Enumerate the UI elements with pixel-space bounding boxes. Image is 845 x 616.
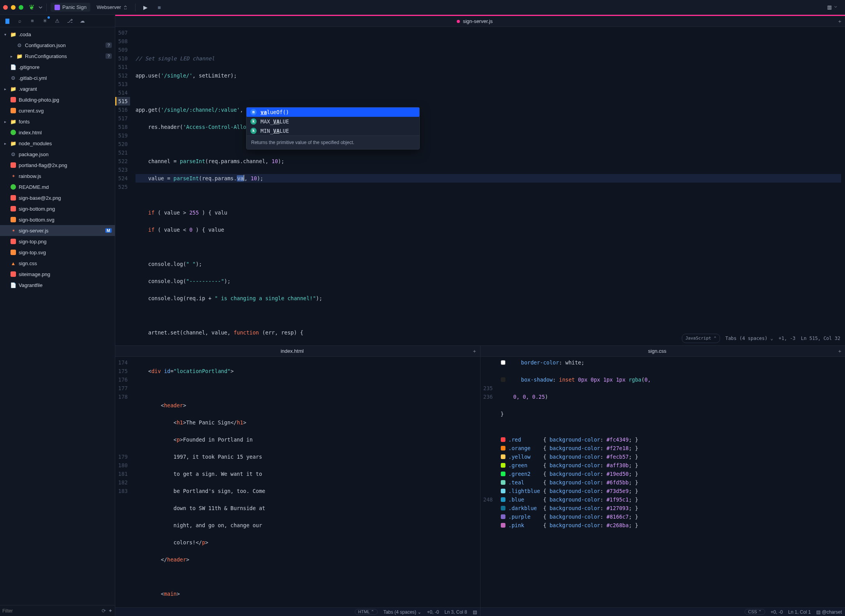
lang-selector[interactable]: CSS ⌃	[745, 609, 765, 615]
tree-row[interactable]: siteimage.png	[0, 269, 115, 280]
close-window-button[interactable]	[3, 5, 8, 10]
tree-row[interactable]: ▾📁.coda	[0, 29, 115, 40]
lang-selector[interactable]: JavaScript ⌃	[682, 334, 720, 343]
layout-button[interactable]: ▥	[823, 3, 842, 12]
svg-icon	[11, 217, 16, 222]
sidebar-tab-scm[interactable]: ⎇	[64, 16, 76, 26]
code-editor[interactable]: 235236 248 border-color: white; box-shad…	[481, 357, 845, 607]
zoom-window-button[interactable]	[19, 5, 23, 10]
code-content[interactable]: border-color: white; box-shadow: inset 0…	[499, 357, 845, 607]
gear-icon: ⚙	[10, 151, 16, 157]
settings-icon[interactable]: ✦	[108, 608, 113, 614]
chevron-down-icon	[834, 5, 838, 9]
file-tree[interactable]: ▾📁.coda⚙Configuration.json?▸📁RunConfigur…	[0, 27, 115, 605]
refresh-icon[interactable]: ⟳	[102, 608, 106, 614]
stop-button[interactable]: ■	[154, 3, 165, 12]
tree-row[interactable]: README.md	[0, 181, 115, 192]
tree-row[interactable]: current.svg	[0, 105, 115, 116]
js-icon: ✶	[10, 227, 16, 234]
minimize-window-button[interactable]	[11, 5, 16, 10]
disclosure-triangle-icon[interactable]: ▸	[2, 87, 8, 91]
tree-row-label: .coda	[19, 32, 31, 37]
tree-row[interactable]: ▸📁node_modules	[0, 138, 115, 149]
separator	[46, 4, 47, 11]
tree-row[interactable]: sign-top.svg	[0, 247, 115, 258]
new-tab-button[interactable]: ＋	[834, 348, 845, 355]
tree-row[interactable]: sign-bottom.png	[0, 203, 115, 214]
tree-row[interactable]: Building-photo.jpg	[0, 94, 115, 105]
disclosure-triangle-icon[interactable]: ▸	[9, 54, 14, 58]
new-tab-button[interactable]: ＋	[834, 18, 845, 25]
tree-row[interactable]: 📄Vagrantfile	[0, 280, 115, 290]
tree-row[interactable]: ⚙package.json	[0, 149, 115, 160]
tree-row[interactable]: ▸📁fonts	[0, 116, 115, 127]
line-gutter: 174175176177178 179180181182183	[115, 357, 134, 607]
html-icon	[11, 130, 16, 135]
tree-row[interactable]: ✶rainbow.js	[0, 171, 115, 181]
gear-icon: ⚙	[10, 75, 16, 81]
disclosure-triangle-icon[interactable]: ▾	[2, 32, 8, 37]
svg-icon	[11, 250, 16, 255]
filter-input[interactable]	[2, 608, 99, 614]
code-content[interactable]: // Set single LED channel app.use('/sing…	[134, 27, 845, 345]
kind-icon: m	[250, 109, 257, 115]
tree-row[interactable]: ✶sign-server.jsM	[0, 225, 115, 236]
tree-row[interactable]: portland-flag@2x.png	[0, 160, 115, 171]
code-editor[interactable]: 174175176177178 179180181182183 <div id=…	[115, 357, 480, 607]
disclosure-triangle-icon[interactable]: ▸	[2, 120, 8, 124]
autocomplete-item[interactable]: mvalueOf()	[246, 107, 419, 117]
code-editor[interactable]: 5075085095105115125135145155165175185195…	[115, 27, 845, 345]
folder-icon: 📁	[10, 86, 16, 92]
indent-selector[interactable]: Tabs (4 spaces) ⌄	[383, 609, 421, 615]
editor-tab[interactable]: sign-server.js	[115, 18, 834, 24]
encoding-selector[interactable]: ▤ @charset	[816, 609, 842, 615]
project-selector[interactable]: Panic Sign	[51, 3, 90, 12]
tree-row[interactable]: ⚙Configuration.json?	[0, 40, 115, 51]
indent-selector[interactable]: Tabs (4 spaces) ⌄	[725, 334, 773, 343]
tree-row[interactable]: ⚙.gitlab-ci.yml	[0, 72, 115, 83]
tree-row[interactable]: index.html	[0, 127, 115, 138]
tree-row-label: fonts	[19, 119, 30, 125]
svg-icon	[11, 108, 16, 113]
disclosure-triangle-icon[interactable]: ▸	[2, 141, 8, 146]
js-icon: ✶	[10, 173, 16, 179]
tab-bar: sign.css ＋	[481, 346, 845, 357]
sidebar-tab-search[interactable]: ⌕	[14, 16, 26, 26]
diff-stat: +0, -0	[427, 609, 439, 615]
tree-row[interactable]: sign-top.png	[0, 236, 115, 247]
sidebar-tab-symbols[interactable]: ✳	[39, 16, 51, 26]
autocomplete-item[interactable]: kMIN_VALUE	[246, 126, 419, 136]
autocomplete-popup[interactable]: mvalueOf()kMAX_VALUEkMIN_VALUEReturns th…	[246, 107, 420, 150]
run-button[interactable]: ▶	[139, 3, 151, 12]
run-target-selector[interactable]: Webserver	[93, 3, 131, 12]
code-content[interactable]: <div id="locationPortland"> <header> <h1…	[134, 357, 480, 607]
tree-row-label: sign-base@2x.png	[19, 195, 61, 201]
tree-row[interactable]: ▲sign.css	[0, 258, 115, 269]
sidebar-tab-issues[interactable]: ⚠	[51, 16, 63, 26]
tree-row[interactable]: 📄.gitignore	[0, 62, 115, 72]
new-tab-button[interactable]: ＋	[469, 348, 480, 355]
editor-area: sign-server.js ＋ 50750850951051151251351…	[115, 15, 845, 616]
editor-tab[interactable]: index.html	[115, 348, 469, 354]
breadcrumb-icon[interactable]: ▤	[473, 609, 477, 615]
editor-tab[interactable]: sign.css	[481, 348, 834, 354]
cursor-position: Ln 515, Col 32	[801, 334, 840, 343]
lang-selector[interactable]: HTML ⌃	[355, 609, 378, 615]
tree-row-label: sign-top.svg	[19, 250, 46, 255]
sidebar-tab-files[interactable]: ▇	[2, 16, 13, 26]
sidebar-tab-outline[interactable]: ≡	[26, 16, 38, 26]
image-icon	[11, 97, 16, 102]
tree-row[interactable]: sign-bottom.svg	[0, 214, 115, 225]
tree-row[interactable]: sign-base@2x.png	[0, 192, 115, 203]
chevron-down-icon[interactable]	[39, 5, 42, 9]
tree-row-label: Vagrantfile	[19, 282, 42, 288]
cursor-position: Ln 1, Col 1	[788, 609, 811, 615]
tree-row[interactable]: ▸📁RunConfigurations?	[0, 51, 115, 62]
sidebar-tab-cloud[interactable]: ☁	[76, 16, 88, 26]
sidebar-tab-strip: ▇ ⌕ ≡ ✳ ⚠ ⎇ ☁	[0, 15, 115, 27]
tree-row[interactable]: ▸📁.vagrant	[0, 83, 115, 94]
autocomplete-item[interactable]: kMAX_VALUE	[246, 117, 419, 126]
tree-row-label: sign-server.js	[19, 228, 49, 234]
outline-icon: ≡	[31, 18, 34, 24]
css-icon: ▲	[10, 260, 16, 266]
